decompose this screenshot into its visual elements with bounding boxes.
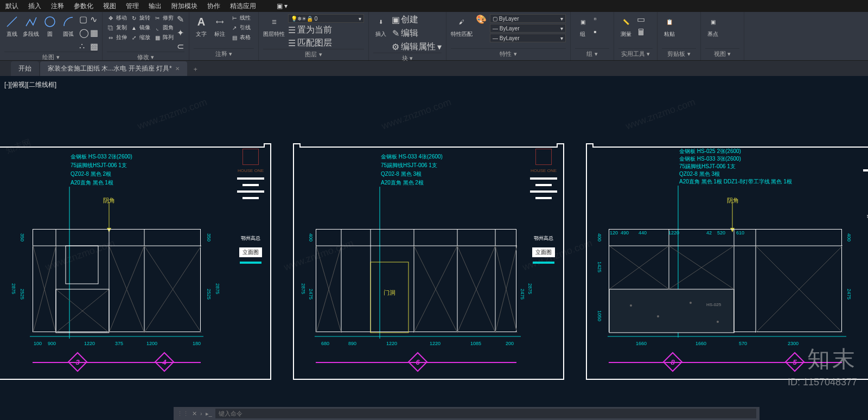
- calc-icon[interactable]: 🖩: [637, 28, 644, 37]
- ellipse-icon[interactable]: ◯: [79, 28, 87, 38]
- layer-select[interactable]: 💡❄☀🔒 0▾: [288, 14, 364, 23]
- measure-button[interactable]: 📏测量: [618, 14, 634, 38]
- move-icon: ✥: [107, 14, 114, 22]
- dim-text: 400: [846, 233, 852, 241]
- menu-parametric[interactable]: 参数化: [74, 2, 93, 11]
- command-input[interactable]: [215, 409, 756, 418]
- group-button[interactable]: ▣组: [575, 14, 590, 38]
- dim-text: 1220: [668, 230, 679, 236]
- rect-icon[interactable]: ▢: [79, 14, 87, 24]
- color-icon[interactable]: 🎨: [476, 14, 487, 24]
- setcurrent-button[interactable]: ☰置为当前: [288, 24, 364, 36]
- command-line: ⋮⋮ ✕ › ▸_: [174, 407, 760, 420]
- frame-handle: [586, 143, 593, 148]
- polyline-label: 多段线: [23, 30, 39, 38]
- region-icon[interactable]: ▩: [90, 41, 98, 52]
- dim-text: 440: [639, 230, 647, 236]
- leader-button[interactable]: ↗引线: [231, 24, 251, 31]
- circle-button[interactable]: 圆: [42, 14, 58, 38]
- section-marker: 6: [411, 355, 425, 369]
- table-button[interactable]: ▤表格: [231, 34, 251, 41]
- annot-text: 金钢板 HS-033 2张(2600): [71, 153, 132, 161]
- explode-icon[interactable]: ✦: [177, 28, 184, 38]
- layerprops-button[interactable]: ☰图层特性: [263, 14, 285, 38]
- drawing-frame-2: 金钢板 HS-033 4张(2600) 75踢脚线HSJT-006 1支 QZ0…: [293, 147, 564, 380]
- editattr-button[interactable]: ⚙编辑属性 ▾: [392, 41, 442, 53]
- dim-text: 400: [597, 233, 602, 241]
- panel-annotation-title: 注释 ▾: [194, 48, 254, 59]
- annot-text: 金钢板 HS-033 4张(2600): [381, 153, 443, 161]
- section-marker: 4: [157, 355, 171, 369]
- menu-output[interactable]: 输出: [149, 2, 162, 11]
- matchlayer-button[interactable]: ☰匹配图层: [288, 37, 364, 49]
- insert-button[interactable]: ⬇插入: [373, 14, 388, 38]
- menu-addins[interactable]: 附加模块: [171, 2, 197, 11]
- tb-location: 鄂州高总: [534, 235, 553, 242]
- logo-text: HOUSE ONE: [531, 168, 557, 173]
- menu-manage[interactable]: 管理: [126, 2, 139, 11]
- menu-insert[interactable]: 插入: [28, 2, 41, 11]
- svg-rect-35: [371, 262, 409, 333]
- matchprops-button[interactable]: 🖌特性匹配: [451, 14, 473, 38]
- copy-button[interactable]: ⿻复制: [107, 24, 127, 31]
- select-icon[interactable]: ▭: [637, 14, 644, 24]
- mirror-button[interactable]: ▲镜像: [130, 24, 150, 31]
- tab-file[interactable]: 家装全套施工图纸 木...水电 开关插座 灯具*✕: [40, 61, 187, 76]
- tab-start[interactable]: 开始: [11, 61, 39, 76]
- menu-view[interactable]: 视图: [103, 2, 116, 11]
- panel-layer: ☰图层特性 💡❄☀🔒 0▾ ☰置为当前 ☰匹配图层 图层 ▾: [259, 12, 369, 60]
- dim-text: 1425: [597, 262, 602, 272]
- move-button[interactable]: ✥移动: [107, 14, 127, 22]
- array-button[interactable]: ▦阵列: [154, 34, 174, 41]
- text-button[interactable]: A文字: [194, 14, 209, 38]
- section-line: [33, 362, 201, 363]
- drawing-canvas[interactable]: [-][俯视][二维线框] www.znzmo.com www.znzmo.co…: [0, 76, 868, 396]
- arc-button[interactable]: 圆弧: [61, 14, 76, 38]
- dim-text: 2475: [846, 289, 852, 300]
- ungroup-icon[interactable]: ▫: [593, 14, 601, 24]
- point-icon[interactable]: ∴: [79, 41, 87, 52]
- view-label[interactable]: [-][俯视][二维线框]: [4, 80, 56, 90]
- close-cmd-icon[interactable]: ✕: [192, 410, 197, 417]
- menu-collab[interactable]: 协作: [207, 2, 220, 11]
- lineweight-select[interactable]: — ByLayer▾: [490, 34, 566, 42]
- fillet-button[interactable]: ◟圆角: [154, 24, 174, 31]
- trim-button[interactable]: ✂修剪: [154, 14, 174, 22]
- linetype-button[interactable]: ⊢线性: [231, 14, 251, 22]
- tab-add[interactable]: +: [188, 63, 203, 76]
- color-select[interactable]: ▢ ByLayer▾: [490, 14, 566, 23]
- chevron-right-icon[interactable]: ›: [200, 410, 202, 417]
- spline-icon[interactable]: ∿: [90, 14, 98, 24]
- hatch-icon[interactable]: ▦: [90, 28, 98, 38]
- dim-button[interactable]: ⟷标注: [212, 14, 227, 38]
- trim-icon: ✂: [154, 14, 161, 22]
- svg-point-51: [630, 304, 632, 307]
- close-icon[interactable]: ✕: [175, 66, 180, 72]
- menu-bar: 默认 插入 注释 参数化 视图 管理 输出 附加模块 协作 精选应用 ▣ ▾: [0, 0, 868, 12]
- linetype-select[interactable]: — ByLayer▾: [490, 24, 566, 33]
- elevation-3: [609, 229, 842, 332]
- panel-util-title: 实用工具 ▾: [618, 48, 653, 59]
- menu-featured[interactable]: 精选应用: [230, 2, 256, 11]
- create-button[interactable]: ▣创建: [392, 14, 442, 26]
- menu-default[interactable]: 默认: [5, 2, 18, 11]
- groupedit-icon[interactable]: ▪: [593, 27, 601, 37]
- base-button[interactable]: ▣基点: [705, 14, 720, 38]
- menu-annotate[interactable]: 注释: [51, 2, 64, 11]
- drag-handle-icon[interactable]: ⋮⋮: [177, 410, 189, 417]
- erase-icon[interactable]: ✎: [177, 14, 184, 24]
- polyline-icon: [23, 14, 39, 29]
- scale-button[interactable]: ⤢缩放: [130, 34, 150, 41]
- logo-icon: [535, 149, 552, 165]
- offset-icon[interactable]: ⊂: [177, 41, 184, 52]
- dim-text: 490: [621, 230, 629, 236]
- tb-title: 立面图: [239, 247, 262, 257]
- edit-button[interactable]: ✎编辑: [392, 28, 442, 39]
- arc-label: 圆弧: [63, 30, 74, 38]
- paste-button[interactable]: 📋粘贴: [662, 14, 677, 38]
- line-button[interactable]: 直线: [4, 14, 20, 38]
- polyline-button[interactable]: 多段线: [23, 14, 39, 38]
- rotate-button[interactable]: ↻旋转: [130, 14, 150, 22]
- stretch-button[interactable]: ⇔拉伸: [107, 34, 127, 41]
- menu-overflow-icon[interactable]: ▣ ▾: [277, 2, 288, 10]
